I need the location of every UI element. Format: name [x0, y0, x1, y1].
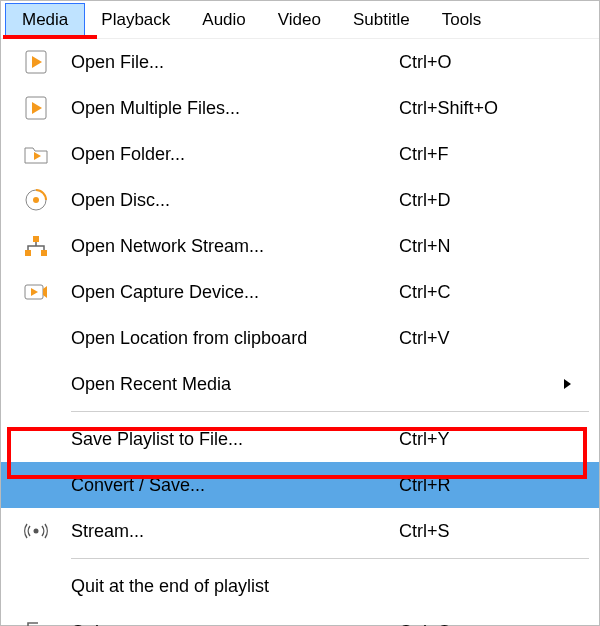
- file-play-icon: [1, 96, 71, 120]
- menu-item-open-folder[interactable]: Open Folder... Ctrl+F: [1, 131, 599, 177]
- menu-shortcut: Ctrl+C: [399, 282, 549, 303]
- menu-shortcut: Ctrl+O: [399, 52, 549, 73]
- menu-playback[interactable]: Playback: [85, 4, 186, 36]
- menu-item-stream[interactable]: Stream... Ctrl+S: [1, 508, 599, 554]
- menu-item-open-disc[interactable]: Open Disc... Ctrl+D: [1, 177, 599, 223]
- folder-play-icon: [1, 144, 71, 164]
- menu-item-save-playlist[interactable]: Save Playlist to File... Ctrl+Y: [1, 416, 599, 462]
- menu-shortcut: Ctrl+Q: [399, 622, 549, 627]
- menu-label: Convert / Save...: [71, 475, 399, 496]
- menu-label: Open Disc...: [71, 190, 399, 211]
- menu-label: Quit at the end of playlist: [71, 576, 399, 597]
- menu-video[interactable]: Video: [262, 4, 337, 36]
- menu-label: Open Folder...: [71, 144, 399, 165]
- menu-label: Quit: [71, 622, 399, 627]
- submenu-arrow-icon: [564, 379, 571, 389]
- menu-item-open-capture-device[interactable]: Open Capture Device... Ctrl+C: [1, 269, 599, 315]
- menu-item-quit[interactable]: Quit Ctrl+Q: [1, 609, 599, 626]
- app-window: Media Playback Audio Video Subtitle Tool…: [0, 0, 600, 626]
- menu-shortcut: Ctrl+S: [399, 521, 549, 542]
- menu-media[interactable]: Media: [5, 3, 85, 37]
- menu-label: Open Multiple Files...: [71, 98, 399, 119]
- menu-label: Save Playlist to File...: [71, 429, 399, 450]
- menu-shortcut: Ctrl+D: [399, 190, 549, 211]
- svg-marker-11: [43, 286, 47, 298]
- menu-item-open-multiple-files[interactable]: Open Multiple Files... Ctrl+Shift+O: [1, 85, 599, 131]
- menu-label: Stream...: [71, 521, 399, 542]
- file-play-icon: [1, 50, 71, 74]
- menu-tools[interactable]: Tools: [426, 4, 498, 36]
- menu-item-open-file[interactable]: Open File... Ctrl+O: [1, 39, 599, 85]
- menu-subtitle[interactable]: Subtitle: [337, 4, 426, 36]
- menu-label: Open Network Stream...: [71, 236, 399, 257]
- menu-audio[interactable]: Audio: [186, 4, 261, 36]
- menubar: Media Playback Audio Video Subtitle Tool…: [1, 1, 599, 39]
- disc-icon: [1, 189, 71, 211]
- menu-label: Open Recent Media: [71, 374, 399, 395]
- menu-separator: [71, 411, 589, 412]
- menu-item-convert-save[interactable]: Convert / Save... Ctrl+R: [1, 462, 599, 508]
- svg-point-13: [34, 529, 39, 534]
- menu-shortcut: Ctrl+V: [399, 328, 549, 349]
- stream-icon: [1, 521, 71, 541]
- capture-icon: [1, 282, 71, 302]
- svg-rect-7: [33, 236, 39, 242]
- menu-shortcut: Ctrl+Y: [399, 429, 549, 450]
- network-icon: [1, 235, 71, 257]
- menu-shortcut: Ctrl+F: [399, 144, 549, 165]
- menu-label: Open File...: [71, 52, 399, 73]
- menu-item-open-location-clipboard[interactable]: Open Location from clipboard Ctrl+V: [1, 315, 599, 361]
- menu-shortcut: Ctrl+Shift+O: [399, 98, 549, 119]
- svg-rect-9: [41, 250, 47, 256]
- quit-icon: [1, 621, 71, 626]
- menu-shortcut: Ctrl+N: [399, 236, 549, 257]
- svg-point-6: [33, 197, 39, 203]
- media-dropdown: Open File... Ctrl+O Open Multiple Files.…: [1, 39, 599, 626]
- menu-label: Open Capture Device...: [71, 282, 399, 303]
- menu-item-open-recent-media[interactable]: Open Recent Media: [1, 361, 599, 407]
- menu-shortcut: Ctrl+R: [399, 475, 549, 496]
- menu-label: Open Location from clipboard: [71, 328, 399, 349]
- menu-item-open-network-stream[interactable]: Open Network Stream... Ctrl+N: [1, 223, 599, 269]
- svg-rect-8: [25, 250, 31, 256]
- menu-item-quit-at-end[interactable]: Quit at the end of playlist: [1, 563, 599, 609]
- menu-separator: [71, 558, 589, 559]
